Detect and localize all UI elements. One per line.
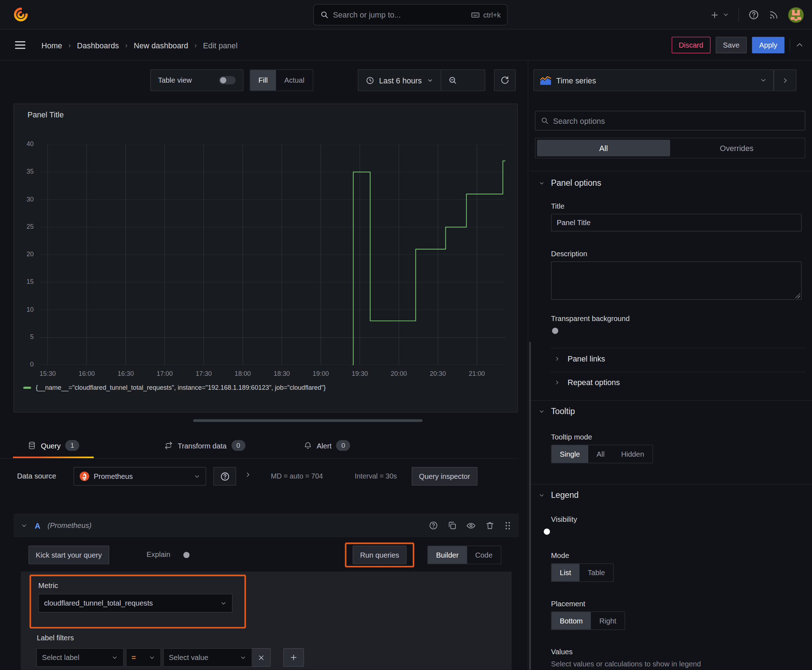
zoom-out-time-button[interactable] — [441, 70, 464, 91]
panel-title[interactable]: Panel Title — [27, 110, 64, 119]
y-axis: 0510152025303540 — [14, 145, 35, 365]
code-option[interactable]: Code — [467, 546, 501, 564]
discard-button[interactable]: Discard — [671, 37, 710, 53]
tooltip-mode-single[interactable]: Single — [551, 445, 588, 463]
datasource-value: Prometheus — [94, 472, 133, 481]
grafana-logo-icon[interactable] — [12, 7, 28, 22]
datasource-help-button[interactable] — [214, 467, 236, 486]
duplicate-query-icon[interactable] — [448, 521, 457, 530]
refresh-button[interactable] — [494, 69, 516, 91]
legend-mode-radio: List Table — [551, 563, 614, 582]
panel-links-section[interactable]: Panel links — [554, 354, 605, 363]
datasource-picker[interactable]: Prometheus — [73, 467, 206, 486]
legend-series-label[interactable]: {__name__="cloudflared_tunnel_total_requ… — [36, 384, 326, 391]
tab-transform-data[interactable]: Transform data 0 — [150, 433, 259, 458]
toggle-visibility-icon[interactable] — [466, 520, 476, 530]
collapse-header-icon[interactable] — [795, 41, 804, 49]
scrollbar-thumb[interactable] — [529, 342, 531, 670]
metric-field-highlight: Metric cloudflared_tunnel_total_requests — [29, 575, 246, 628]
expand-options-icon[interactable] — [244, 471, 252, 478]
description-field-wrap — [551, 261, 802, 299]
breadcrumb-home[interactable]: Home — [42, 41, 62, 50]
table-view-label: Table view — [158, 76, 192, 85]
search-options-input[interactable] — [553, 116, 800, 125]
tooltip-mode-label: Tooltip mode — [551, 433, 592, 441]
search-input[interactable] — [333, 10, 466, 19]
legend-mode-list[interactable]: List — [551, 564, 579, 581]
apply-button[interactable]: Apply — [752, 37, 785, 53]
hamburger-menu-icon[interactable] — [15, 41, 26, 50]
legend-placement-bottom[interactable]: Bottom — [551, 612, 591, 629]
query-count-badge: 1 — [65, 440, 79, 451]
news-rss-icon[interactable] — [769, 10, 779, 20]
legend-mode-table[interactable]: Table — [579, 564, 613, 581]
tab-alert[interactable]: Alert 0 — [288, 433, 364, 458]
user-avatar[interactable] — [788, 7, 804, 22]
table-view-toggle[interactable] — [219, 76, 236, 85]
run-queries-highlight: Run queries — [345, 543, 414, 567]
collapse-options-pane-button[interactable] — [774, 69, 797, 91]
global-search[interactable]: ctrl+k — [313, 4, 507, 25]
time-range-picker[interactable]: Last 6 hours — [358, 70, 441, 91]
help-icon[interactable] — [748, 9, 759, 20]
query-inspector-button[interactable]: Query inspector — [412, 467, 477, 486]
time-series-chart[interactable] — [40, 145, 505, 365]
add-filter-button[interactable] — [283, 648, 304, 667]
chart-legend[interactable]: {__name__="cloudflared_tunnel_total_requ… — [23, 384, 326, 391]
visualization-picker[interactable]: Time series — [534, 69, 774, 91]
delete-query-icon[interactable] — [485, 521, 495, 530]
tooltip-mode-all[interactable]: All — [588, 445, 613, 463]
legend-section-header[interactable]: Legend — [539, 491, 578, 500]
actual-option[interactable]: Actual — [276, 70, 313, 91]
builder-option[interactable]: Builder — [428, 546, 467, 564]
run-queries-button[interactable]: Run queries — [353, 546, 406, 564]
breadcrumb-separator: › — [68, 41, 71, 49]
time-range-label: Last 6 hours — [379, 76, 422, 85]
panel-options-section-header[interactable]: Panel options — [539, 179, 601, 188]
query-help-icon[interactable] — [429, 521, 438, 530]
x-tick-label: 19:30 — [344, 370, 375, 377]
save-button[interactable]: Save — [716, 37, 747, 53]
legend-values-label: Values — [551, 648, 573, 656]
panel-options-header-label: Panel options — [551, 179, 601, 188]
new-menu-button[interactable] — [710, 10, 729, 19]
tooltip-mode-hidden[interactable]: Hidden — [613, 445, 652, 463]
section-divider — [530, 484, 812, 484]
metric-label: Metric — [38, 581, 237, 589]
select-value-dropdown[interactable]: Select value — [163, 648, 253, 667]
query-row-header[interactable]: A (Prometheus) — [14, 514, 519, 538]
panel-title-input[interactable] — [551, 214, 802, 231]
query-ref-id[interactable]: A — [35, 521, 41, 530]
remove-filter-button[interactable] — [252, 648, 271, 667]
legend-placement-right[interactable]: Right — [591, 612, 625, 629]
metric-select[interactable]: cloudflared_tunnel_total_requests — [38, 594, 232, 612]
drag-handle-icon[interactable] — [504, 521, 512, 530]
metric-value: cloudflared_tunnel_total_requests — [44, 599, 153, 607]
pane-divider[interactable] — [528, 61, 528, 670]
panel-preview: Panel Title 0510152025303540 15:3016:001… — [14, 103, 518, 413]
repeat-options-section[interactable]: Repeat options — [554, 378, 620, 387]
kick-start-query-button[interactable]: Kick start your query — [29, 546, 109, 564]
fill-option[interactable]: Fill — [250, 70, 276, 91]
breadcrumb-dashboards[interactable]: Dashboards — [77, 41, 119, 50]
resize-grip-icon[interactable] — [795, 293, 800, 298]
clock-icon — [366, 76, 375, 85]
collapse-query-icon[interactable] — [21, 522, 27, 529]
description-textarea[interactable] — [551, 261, 802, 299]
options-tab-all[interactable]: All — [537, 140, 670, 156]
select-label-dropdown[interactable]: Select label — [36, 648, 124, 667]
operator-value: = — [131, 653, 136, 662]
tab-query[interactable]: Query 1 — [13, 433, 94, 458]
y-tick-label: 15 — [14, 278, 34, 285]
options-tab-overrides[interactable]: Overrides — [670, 140, 804, 156]
nav-actions: Discard Save Apply — [671, 37, 804, 53]
operator-dropdown[interactable]: = — [125, 648, 161, 667]
resize-handle[interactable] — [193, 420, 423, 422]
tooltip-section-header[interactable]: Tooltip — [539, 407, 575, 416]
legend-header-label: Legend — [551, 491, 578, 500]
y-tick-label: 0 — [14, 361, 34, 368]
chevron-down-icon — [760, 76, 767, 84]
label-filters-label: Label filters — [37, 633, 74, 642]
breadcrumb-new-dashboard[interactable]: New dashboard — [134, 41, 188, 50]
search-options-field[interactable] — [535, 111, 805, 130]
